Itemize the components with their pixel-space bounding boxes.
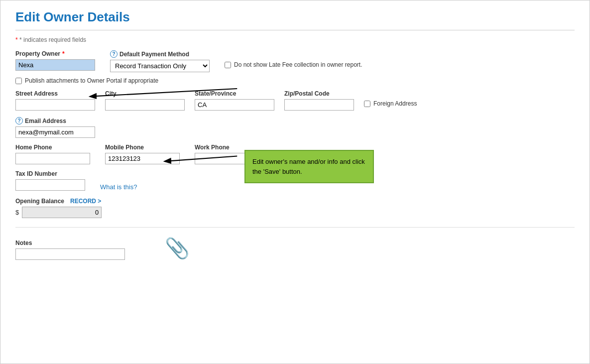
home-phone-field: Home Phone bbox=[15, 144, 90, 164]
tax-id-field: Tax ID Number bbox=[15, 170, 85, 191]
property-owner-label: Property Owner * bbox=[15, 50, 95, 57]
email-label: ? Email Address bbox=[15, 117, 575, 124]
mobile-phone-input[interactable] bbox=[105, 153, 180, 164]
opening-balance-input[interactable] bbox=[22, 207, 102, 218]
paperclip-doc-icon: 📎 bbox=[165, 237, 190, 260]
default-payment-select[interactable]: Record Transaction Only Check ACH bbox=[110, 60, 210, 72]
help-icon-email[interactable]: ? bbox=[15, 117, 23, 124]
late-fee-group: Do not show Late Fee collection in owner… bbox=[225, 50, 362, 73]
opening-balance-label: Opening Balance RECORD > bbox=[15, 198, 575, 205]
street-address-field: Street Address bbox=[15, 90, 95, 111]
home-phone-input[interactable] bbox=[15, 153, 90, 164]
mobile-phone-field: Mobile Phone bbox=[105, 144, 180, 164]
foreign-address-group: Foreign Address bbox=[364, 90, 417, 107]
required-star: * bbox=[62, 50, 65, 57]
default-payment-field: ? Default Payment Method Record Transact… bbox=[110, 50, 210, 72]
opening-balance-dollar: $ bbox=[15, 209, 19, 216]
page-title: Edit Owner Details bbox=[15, 9, 575, 25]
notes-input[interactable] bbox=[15, 248, 125, 260]
what-is-this-link[interactable]: What is this? bbox=[100, 183, 137, 191]
tax-id-label: Tax ID Number bbox=[15, 170, 85, 177]
publish-label: Publish attachments to Owner Portal if a… bbox=[25, 77, 158, 84]
state-field: State/Province bbox=[195, 90, 274, 111]
publish-checkbox[interactable] bbox=[15, 78, 22, 84]
late-fee-label: Do not show Late Fee collection in owner… bbox=[234, 61, 362, 68]
mobile-phone-label: Mobile Phone bbox=[105, 144, 180, 151]
record-link[interactable]: RECORD > bbox=[70, 198, 101, 205]
property-owner-input[interactable] bbox=[15, 59, 95, 71]
property-owner-field: Property Owner * bbox=[15, 50, 95, 71]
required-note: * * indicates required fields * indicate… bbox=[15, 36, 575, 43]
state-label: State/Province bbox=[195, 90, 274, 97]
notes-field: Notes bbox=[15, 240, 125, 260]
home-phone-label: Home Phone bbox=[15, 144, 90, 151]
zip-label: Zip/Postal Code bbox=[284, 90, 354, 97]
tooltip-box: Edit owner's name and/or info and click … bbox=[244, 150, 374, 183]
notes-label: Notes bbox=[15, 240, 125, 246]
city-label: City bbox=[105, 90, 185, 97]
zip-input[interactable] bbox=[284, 99, 354, 111]
foreign-address-label: Foreign Address bbox=[373, 100, 417, 107]
default-payment-label: ? Default Payment Method bbox=[110, 50, 210, 58]
street-address-label: Street Address bbox=[15, 90, 95, 97]
state-input[interactable] bbox=[195, 99, 274, 111]
email-input[interactable] bbox=[15, 126, 95, 138]
zip-field: Zip/Postal Code bbox=[284, 90, 354, 111]
street-address-input[interactable] bbox=[15, 99, 95, 111]
city-input[interactable] bbox=[105, 99, 185, 111]
late-fee-checkbox[interactable] bbox=[225, 62, 231, 68]
attachment-icon: 📎 bbox=[165, 237, 190, 260]
tax-id-input[interactable] bbox=[15, 179, 85, 191]
foreign-address-checkbox[interactable] bbox=[364, 101, 370, 107]
help-icon-payment[interactable]: ? bbox=[110, 50, 118, 58]
city-field: City bbox=[105, 90, 185, 111]
email-field-group: ? Email Address bbox=[15, 117, 575, 138]
tooltip-text: Edit owner's name and/or info and click … bbox=[252, 158, 365, 175]
